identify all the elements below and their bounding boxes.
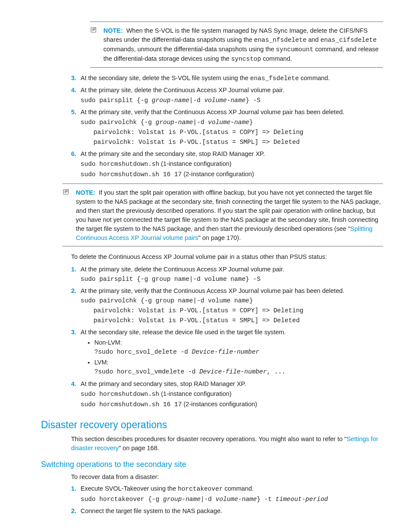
command: enas_cifsdelete [321, 37, 377, 44]
command-line: sudo pairvolchk {-g group name|-d volume… [81, 296, 383, 305]
variable: group-name [152, 97, 189, 104]
step-2: 2. Connect the target file system to the… [71, 507, 383, 516]
step-text: At the primary site and the secondary si… [81, 150, 265, 157]
command-output: pairvolchk: Volstat is P-VOL.[status = C… [93, 128, 383, 137]
step-text: At the primary and secondary sites, stop… [81, 380, 246, 387]
heading-disaster-recovery: Disaster recovery operations [41, 418, 383, 432]
step-text: At the secondary site, release the devic… [81, 329, 286, 336]
step-number: 4. [71, 86, 76, 95]
note-block: NOTE: When the S-VOL is the file system … [90, 22, 383, 68]
command-line: sudo horcmshutdown.sh 16 17 (2-instance … [81, 170, 383, 179]
heading-switching-operations: Switching operations to the secondary si… [41, 459, 383, 470]
procedure-list-c: 1. Execute SVOL-Takeover using the horct… [71, 484, 383, 516]
variable: volume-name [204, 97, 246, 104]
note-icon [90, 26, 101, 64]
command-line: sudo horcmshutdown.sh 16 17 (2-instances… [81, 400, 383, 409]
command-line: ?sudo horc_svol_delete -d Device-file-nu… [94, 347, 383, 357]
step-4: 4. At the primary and secondary sites, s… [71, 380, 383, 409]
command-line: sudo horcmshutdown.sh (1-instance config… [81, 389, 383, 399]
step-number: 2. [71, 286, 76, 296]
step-3: 3. At the secondary site, release the de… [71, 328, 383, 376]
command-output: pairvolchk: Volstat is P-VOL.[status = S… [93, 316, 383, 325]
command-output: pairvolchk: Volstat is P-VOL.[status = S… [93, 138, 383, 147]
step-number: 1. [71, 484, 76, 493]
note-body: NOTE: If you start the split pair operat… [76, 188, 383, 243]
step-6: 6. At the primary site and the secondary… [71, 149, 383, 179]
intro-text: To delete the Continuous Access XP Journ… [71, 252, 383, 261]
section-intro: To recover data from a disaster: [71, 473, 383, 482]
section-intro: This section describes procedures for di… [71, 435, 383, 453]
step-3: 3. At the secondary site, delete the S-V… [71, 74, 383, 83]
bullet-label: LVM: [94, 359, 109, 366]
command: syncstop [231, 56, 261, 62]
note-label: NOTE: [103, 27, 123, 34]
step-text: At the primary site, delete the Continuo… [81, 87, 284, 93]
step-text: Execute SVOL-Takeover using the [81, 485, 178, 492]
command: horctakeover [178, 485, 223, 492]
step-number: 3. [71, 328, 76, 337]
variable: group-name [156, 119, 193, 126]
step-number: 2. [71, 507, 76, 516]
bullet-label: Non-LVM: [94, 339, 122, 346]
command: syncumount [276, 46, 313, 53]
command-line: sudo pairsplit {-g group name|-d volume … [81, 275, 383, 284]
procedure-list-a: 3. At the secondary site, delete the S-V… [71, 74, 383, 179]
step-2: 2. At the primary site, verify that the … [71, 286, 383, 325]
bullet-list: Non-LVM: ?sudo horc_svol_delete -d Devic… [81, 338, 383, 376]
step-4: 4. At the primary site, delete the Conti… [71, 86, 383, 105]
step-text: At the secondary site, delete the S-VOL … [81, 75, 250, 81]
command-line: sudo pairvolchk {-g group-name|-d volume… [81, 118, 383, 127]
step-text: At the primary site, verify that the Con… [81, 109, 344, 115]
command: enas_fsdelete [250, 75, 299, 82]
step-number: 5. [71, 108, 76, 117]
command-line: sudo horctakeover {-g group-name|-d volu… [81, 495, 383, 504]
command-line: sudo pairsplit {-g group-name|-d volume-… [81, 96, 383, 105]
step-5: 5. At the primary site, verify that the … [71, 108, 383, 147]
variable: Device-file-number [192, 348, 259, 355]
note-block: NOTE: If you start the split pair operat… [62, 184, 383, 246]
command: enas_nfsdelete [254, 37, 307, 44]
command-line: ?sudo horc_svol_vmdelete -d Device-file-… [94, 367, 383, 376]
note-body: NOTE: When the S-VOL is the file system … [103, 26, 383, 64]
bullet-item: Non-LVM: ?sudo horc_svol_delete -d Devic… [94, 338, 383, 357]
variable: volume-name [208, 119, 249, 126]
step-number: 4. [71, 380, 76, 389]
step-1: 1. At the primary site, delete the Conti… [71, 265, 383, 284]
step-number: 6. [71, 149, 76, 159]
procedure-list-b: 1. At the primary site, delete the Conti… [71, 265, 383, 409]
step-1: 1. Execute SVOL-Takeover using the horct… [71, 484, 383, 504]
bullet-item: LVM: ?sudo horc_svol_vmdelete -d Device-… [94, 358, 383, 376]
variable: timeout-period [276, 496, 328, 503]
command-line: sudo horcmshutdown.sh (1-instance config… [81, 159, 383, 169]
step-number: 1. [71, 265, 76, 274]
step-text: Connect the target file system to the NA… [81, 507, 222, 514]
note-label: NOTE: [76, 189, 95, 196]
step-text: At the primary site, verify that the Con… [81, 287, 344, 294]
step-number: 3. [71, 74, 76, 83]
variable: Device-file-number [199, 368, 267, 375]
command-output: pairvolchk: Volstat is P-VOL.[status = C… [93, 306, 383, 315]
variable: group-name [163, 496, 200, 503]
note-icon [62, 188, 73, 243]
variable: volume-name [215, 496, 257, 503]
note-text: If you start the split pair operation wi… [76, 189, 381, 232]
step-text: At the primary site, delete the Continuo… [81, 266, 284, 273]
